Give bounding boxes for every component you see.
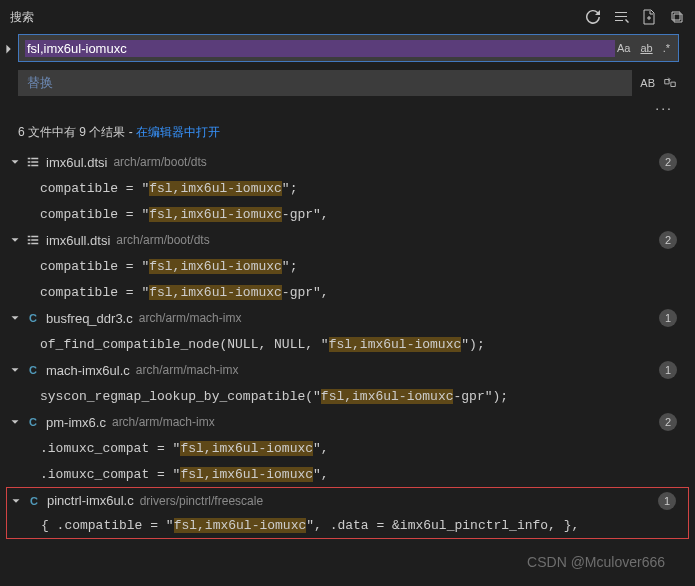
dtsi-file-icon bbox=[24, 233, 42, 247]
file-path: drivers/pinctrl/freescale bbox=[140, 494, 263, 508]
panel-header: 搜索 bbox=[0, 0, 695, 34]
file-name: mach-imx6ul.c bbox=[46, 363, 130, 378]
clear-icon[interactable] bbox=[613, 9, 629, 25]
file-name: imx6ul.dtsi bbox=[46, 155, 107, 170]
chevron-down-icon[interactable] bbox=[9, 494, 23, 508]
replace-input[interactable]: 替换 bbox=[18, 70, 632, 96]
results-summary: 6 文件中有 9 个结果 - 在编辑器中打开 bbox=[0, 118, 695, 149]
match-count-badge: 1 bbox=[658, 492, 676, 510]
match-count-badge: 2 bbox=[659, 153, 677, 171]
match-highlight: fsl,imx6ul-iomuxc bbox=[180, 441, 313, 456]
match-row[interactable]: .iomuxc_compat = "fsl,imx6ul-iomuxc", bbox=[6, 461, 689, 487]
search-query: fsl,imx6ul-iomuxc bbox=[25, 40, 615, 57]
new-file-icon[interactable] bbox=[641, 9, 657, 25]
file-name: imx6ull.dtsi bbox=[46, 233, 110, 248]
match-row[interactable]: compatible = "fsl,imx6ul-iomuxc"; bbox=[6, 175, 689, 201]
match-count-badge: 2 bbox=[659, 413, 677, 431]
file-path: arch/arm/boot/dts bbox=[113, 155, 206, 169]
results-tree: imx6ul.dtsiarch/arm/boot/dts2compatible … bbox=[0, 149, 695, 539]
file-row[interactable]: Cpm-imx6.carch/arm/mach-imx2 bbox=[6, 409, 689, 435]
preserve-case-toggle[interactable]: AB bbox=[640, 77, 655, 89]
match-count-badge: 1 bbox=[659, 361, 677, 379]
header-actions bbox=[585, 9, 685, 25]
match-count-badge: 2 bbox=[659, 231, 677, 249]
regex-toggle[interactable]: .* bbox=[661, 41, 672, 55]
match-row[interactable]: .iomuxc_compat = "fsl,imx6ul-iomuxc", bbox=[6, 435, 689, 461]
refresh-icon[interactable] bbox=[585, 9, 601, 25]
match-count-badge: 1 bbox=[659, 309, 677, 327]
match-case-toggle[interactable]: Aa bbox=[615, 41, 632, 55]
file-path: arch/arm/boot/dts bbox=[116, 233, 209, 247]
match-row[interactable]: of_find_compatible_node(NULL, NULL, "fsl… bbox=[6, 331, 689, 357]
match-highlight: fsl,imx6ul-iomuxc bbox=[149, 285, 282, 300]
match-row[interactable]: syscon_regmap_lookup_by_compatible("fsl,… bbox=[6, 383, 689, 409]
chevron-down-icon[interactable] bbox=[8, 311, 22, 325]
c-file-icon: C bbox=[25, 494, 43, 508]
match-row[interactable]: compatible = "fsl,imx6ul-iomuxc"; bbox=[6, 253, 689, 279]
search-input[interactable]: fsl,imx6ul-iomuxc Aa ab .* bbox=[18, 34, 679, 62]
dtsi-file-icon bbox=[24, 155, 42, 169]
file-row[interactable]: Cbusfreq_ddr3.carch/arm/mach-imx1 bbox=[6, 305, 689, 331]
match-highlight: fsl,imx6ul-iomuxc bbox=[174, 518, 307, 533]
file-row[interactable]: imx6ul.dtsiarch/arm/boot/dts2 bbox=[6, 149, 689, 175]
match-highlight: fsl,imx6ul-iomuxc bbox=[180, 467, 313, 482]
chevron-down-icon[interactable] bbox=[8, 233, 22, 247]
match-row[interactable]: compatible = "fsl,imx6ul-iomuxc-gpr", bbox=[6, 201, 689, 227]
c-file-icon: C bbox=[24, 363, 42, 377]
file-row[interactable]: Cmach-imx6ul.carch/arm/mach-imx1 bbox=[6, 357, 689, 383]
chevron-down-icon[interactable] bbox=[8, 155, 22, 169]
file-path: arch/arm/mach-imx bbox=[112, 415, 215, 429]
match-highlight: fsl,imx6ul-iomuxc bbox=[321, 389, 454, 404]
open-in-editor-link[interactable]: 在编辑器中打开 bbox=[136, 125, 220, 139]
toggle-replace-icon[interactable] bbox=[2, 42, 16, 56]
replace-all-icon[interactable] bbox=[663, 76, 677, 90]
c-file-icon: C bbox=[24, 415, 42, 429]
file-name: busfreq_ddr3.c bbox=[46, 311, 133, 326]
c-file-icon: C bbox=[24, 311, 42, 325]
collapse-all-icon[interactable] bbox=[669, 9, 685, 25]
file-path: arch/arm/mach-imx bbox=[136, 363, 239, 377]
match-highlight: fsl,imx6ul-iomuxc bbox=[329, 337, 462, 352]
match-row[interactable]: { .compatible = "fsl,imx6ul-iomuxc", .da… bbox=[6, 513, 689, 539]
toggle-details-icon[interactable]: ··· bbox=[0, 98, 695, 118]
match-word-toggle[interactable]: ab bbox=[638, 41, 654, 55]
match-highlight: fsl,imx6ul-iomuxc bbox=[149, 259, 282, 274]
file-row[interactable]: imx6ull.dtsiarch/arm/boot/dts2 bbox=[6, 227, 689, 253]
replace-placeholder: 替换 bbox=[27, 74, 53, 92]
chevron-down-icon[interactable] bbox=[8, 415, 22, 429]
match-row[interactable]: compatible = "fsl,imx6ul-iomuxc-gpr", bbox=[6, 279, 689, 305]
file-row[interactable]: Cpinctrl-imx6ul.cdrivers/pinctrl/freesca… bbox=[6, 487, 689, 513]
match-highlight: fsl,imx6ul-iomuxc bbox=[149, 181, 282, 196]
file-name: pinctrl-imx6ul.c bbox=[47, 493, 134, 508]
chevron-down-icon[interactable] bbox=[8, 363, 22, 377]
match-highlight: fsl,imx6ul-iomuxc bbox=[149, 207, 282, 222]
watermark: CSDN @Mculover666 bbox=[527, 554, 665, 570]
file-path: arch/arm/mach-imx bbox=[139, 311, 242, 325]
panel-title: 搜索 bbox=[10, 9, 34, 26]
file-name: pm-imx6.c bbox=[46, 415, 106, 430]
